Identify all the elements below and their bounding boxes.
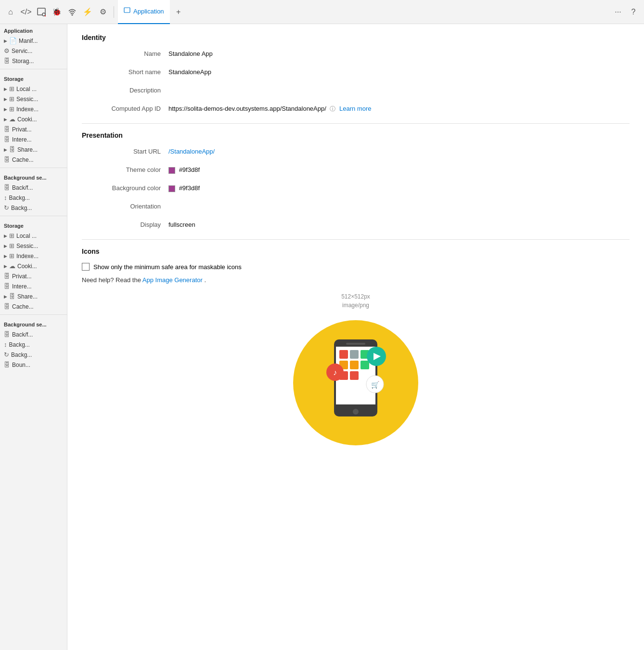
sidebar-item-shared1[interactable]: ▶ 🗄 Share... [0, 144, 67, 155]
sidebar-label: Cache... [12, 303, 34, 310]
computed-app-id-value: https://solita-demos-dev.outsystems.app/… [168, 104, 372, 113]
db-icon: 🗄 [4, 331, 10, 338]
arrow-icon: ▶ [4, 234, 7, 238]
sidebar-item-backg4[interactable]: ↻ Backg... [0, 350, 67, 360]
sidebar-item-storage-app[interactable]: 🗄 Storag... [0, 56, 67, 66]
db-icon: 🗄 [4, 126, 10, 133]
start-url-row: Start URL /StandaloneApp/ [82, 147, 630, 158]
preview-icon[interactable] [35, 5, 48, 19]
content-panel: Identity Name Standalone App Short name … [67, 24, 644, 650]
sidebar-item-private1[interactable]: 🗄 Privat... [0, 124, 67, 134]
db-icon: 🗄 [4, 273, 10, 280]
sidebar-item-service[interactable]: ⚙ Servic... [0, 46, 67, 56]
sidebar-section-bg2: Background se... [0, 318, 67, 329]
wifi-icon[interactable] [65, 5, 79, 19]
presentation-divider [82, 239, 630, 240]
tools-icon[interactable]: ⚡ [81, 5, 94, 19]
theme-color-label: Theme color [82, 165, 168, 173]
db-icon: 🗄 [4, 361, 10, 368]
sidebar-item-indexed1[interactable]: ▶ ⊞ Indexe... [0, 104, 67, 114]
short-name-row: Short name StandaloneApp [82, 67, 630, 79]
sidebar-item-bounce[interactable]: 🗄 Boun... [0, 360, 67, 370]
app-image-generator-link[interactable]: App Image Generator [142, 276, 203, 284]
sidebar-item-backg1[interactable]: ↕ Backg... [0, 193, 67, 203]
sidebar-item-local1[interactable]: ▶ ⊞ Local ... [0, 84, 67, 94]
sidebar-item-session1[interactable]: ▶ ⊞ Sessic... [0, 94, 67, 104]
learn-more-link[interactable]: Learn more [339, 105, 371, 112]
sidebar-item-interest2[interactable]: 🗄 Intere... [0, 281, 67, 291]
arrow-icon: ▶ [4, 107, 7, 112]
help-suffix: . [204, 276, 206, 284]
background-color-swatch[interactable] [168, 185, 175, 192]
sidebar-item-shared2[interactable]: ▶ 🗄 Share... [0, 291, 67, 301]
toolbar-sep [114, 6, 114, 18]
refresh-icon: ↻ [4, 204, 9, 211]
short-name-value: StandaloneApp [168, 67, 211, 76]
arrow-icon: ▶ [4, 254, 7, 259]
refresh-icon: ↻ [4, 351, 9, 358]
sidebar-label: Boun... [12, 362, 30, 368]
sidebar: Application ▶ 📄 Manif... ⚙ Servic... 🗄 S… [0, 24, 67, 650]
sidebar-item-private2[interactable]: 🗄 Privat... [0, 271, 67, 281]
orientation-label: Orientation [82, 202, 168, 210]
sidebar-item-cache2[interactable]: 🗄 Cache... [0, 301, 67, 312]
sidebar-label: Sessic... [16, 96, 38, 103]
sidebar-item-local2[interactable]: ▶ ⊞ Local ... [0, 231, 67, 241]
sidebar-label: Indexe... [16, 253, 39, 260]
sidebar-label: Privat... [12, 273, 32, 280]
db-icon: 🗄 [4, 156, 10, 163]
arrow-icon: ▶ [4, 244, 7, 248]
sidebar-item-backf2[interactable]: 🗄 Back/f... [0, 329, 67, 339]
background-color-label: Background color [82, 183, 168, 192]
sidebar-label: Storag... [12, 58, 34, 65]
icons-section-title: Icons [82, 247, 630, 255]
sidebar-item-indexed2[interactable]: ▶ ⊞ Indexe... [0, 251, 67, 261]
image-type: image/png [342, 302, 369, 309]
identity-divider [82, 123, 630, 124]
sidebar-div1 [0, 69, 67, 69]
sidebar-item-cookies1[interactable]: ▶ ☁ Cooki... [0, 114, 67, 124]
sidebar-item-session2[interactable]: ▶ ⊞ Sessic... [0, 241, 67, 251]
start-url-value: /StandaloneApp/ [168, 147, 215, 155]
sidebar-item-interest1[interactable]: 🗄 Intere... [0, 134, 67, 144]
table-icon: ⊞ [9, 232, 14, 239]
maskable-icons-checkbox[interactable] [82, 263, 90, 271]
theme-color-swatch[interactable] [168, 167, 175, 174]
home-icon[interactable]: ⌂ [4, 5, 17, 19]
sidebar-item-cookies2[interactable]: ▶ ☁ Cooki... [0, 261, 67, 271]
sidebar-item-cache1[interactable]: 🗄 Cache... [0, 155, 67, 165]
name-label: Name [82, 49, 168, 57]
settings-icon[interactable]: ⚙ [96, 5, 110, 19]
svg-rect-13 [350, 361, 359, 369]
application-tab[interactable]: Application [118, 0, 170, 24]
bug-icon[interactable]: 🐞 [50, 5, 64, 19]
db-icon: 🗄 [9, 293, 15, 300]
sidebar-item-manifest[interactable]: ▶ 📄 Manif... [0, 36, 67, 46]
display-label: Display [82, 220, 168, 228]
help-icon[interactable]: ? [627, 5, 640, 19]
cookie-icon: ☁ [9, 262, 15, 270]
description-row: Description [82, 86, 630, 97]
sidebar-item-backg2[interactable]: ↻ Backg... [0, 203, 67, 213]
sidebar-label: Intere... [12, 283, 32, 290]
code-icon[interactable]: </> [19, 5, 33, 19]
sidebar-label: Servic... [12, 48, 32, 54]
sidebar-label: Backg... [9, 195, 30, 201]
computed-app-id-label: Computed App ID [82, 104, 168, 112]
start-url-link[interactable]: /StandaloneApp/ [168, 148, 215, 155]
sidebar-label: Local ... [16, 233, 37, 239]
sidebar-label: Share... [17, 146, 38, 153]
image-preview-area: 512×512px image/png [82, 293, 630, 450]
db-icon: 🗄 [4, 136, 10, 143]
add-tab-icon[interactable]: + [172, 5, 185, 19]
description-label: Description [82, 86, 168, 94]
more-icon[interactable]: ··· [611, 5, 625, 19]
arrow-icon: ▶ [4, 147, 7, 152]
sidebar-item-backg3[interactable]: ↕ Backg... [0, 339, 67, 350]
sidebar-item-backf1[interactable]: 🗄 Back/f... [0, 182, 67, 193]
svg-rect-4 [124, 8, 130, 13]
help-text: Need help? Read the App Image Generator … [82, 276, 630, 284]
theme-color-row: Theme color #9f3d8f [82, 165, 630, 177]
orientation-row: Orientation [82, 202, 630, 213]
arrow-icon: ▶ [4, 97, 7, 102]
